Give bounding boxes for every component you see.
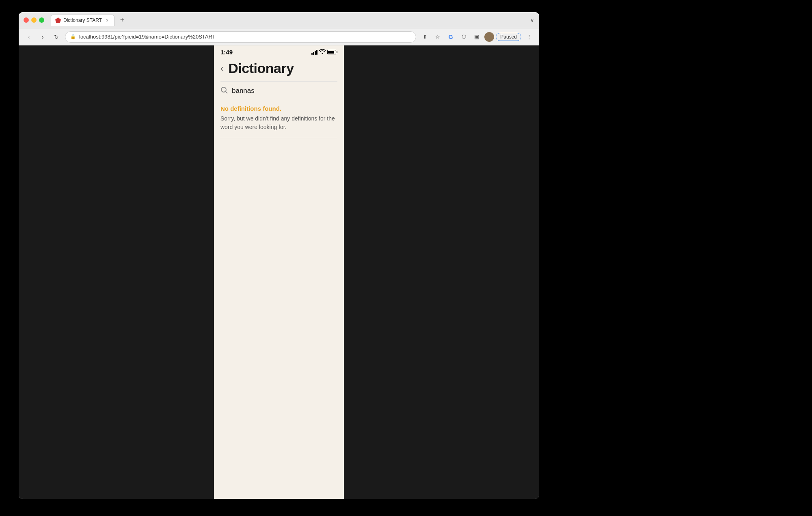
menu-button[interactable]: ⋮ [524,32,534,42]
wifi-icon [319,49,326,55]
address-bar[interactable]: 🔒 [65,31,416,43]
battery-icon [327,50,337,54]
results-divider [220,138,337,138]
lock-icon: 🔒 [70,34,76,39]
search-icon [220,86,228,95]
app-header: ‹ Dictionary [214,57,344,81]
tab-close-button[interactable]: × [104,17,110,23]
no-definitions-title: No definitions found. [220,105,337,112]
translate-button[interactable]: G [445,32,456,42]
nav-right-icons: ⬆ ☆ G ⬡ ▣ Paused ⋮ [419,32,534,42]
title-bar-controls: ∨ [530,17,534,23]
app-title: Dictionary [228,60,294,76]
more-icon: ⋮ [527,34,532,40]
avatar [484,32,494,42]
svg-line-1 [226,92,227,93]
share-button[interactable]: ⬆ [419,32,430,42]
profile-area[interactable]: Paused [484,32,521,42]
bookmark-button[interactable]: ☆ [432,32,443,42]
results-area: No definitions found. Sorry, but we didn… [214,100,344,499]
signal-bar-4 [316,50,317,55]
sidebar-icon: ▣ [474,34,479,40]
tab-bar: Dictionary START × + [51,15,527,26]
status-time: 1:49 [220,49,233,56]
close-button[interactable] [24,17,29,23]
search-value: bannas [232,87,255,95]
browser-content: 1:49 [19,45,539,499]
traffic-lights [24,17,44,23]
no-definitions-body: Sorry, but we didn't find any definition… [220,114,337,131]
browser-window: Dictionary START × + ∨ ‹ › ↻ 🔒 ⬆ [19,12,539,499]
sidebar-button[interactable]: ▣ [471,32,482,42]
tab-favicon-icon [55,17,61,23]
share-icon: ⬆ [423,34,427,40]
translate-icon: G [449,34,453,40]
title-bar: Dictionary START × + ∨ [19,12,539,28]
extensions-button[interactable]: ⬡ [458,32,469,42]
refresh-icon: ↻ [54,34,59,40]
nav-bar: ‹ › ↻ 🔒 ⬆ ☆ G ⬡ ▣ [19,28,539,45]
status-icons [311,49,337,55]
status-bar: 1:49 [214,45,344,57]
phone-frame: 1:49 [214,45,344,499]
signal-bar-1 [311,53,313,55]
star-icon: ☆ [435,34,440,40]
window-chevron-icon: ∨ [530,17,534,23]
forward-icon: › [42,34,44,40]
refresh-nav-button[interactable]: ↻ [51,32,62,42]
new-tab-button[interactable]: + [117,15,127,26]
paused-label: Paused [500,34,517,40]
signal-bar-3 [315,51,316,55]
search-area[interactable]: bannas [214,82,344,100]
signal-bar-2 [313,52,314,55]
paused-badge[interactable]: Paused [496,33,521,41]
active-tab[interactable]: Dictionary START × [51,15,114,26]
signal-bars-icon [311,50,317,55]
back-icon: ‹ [28,34,30,40]
minimize-button[interactable] [31,17,37,23]
tab-title: Dictionary START [63,17,102,23]
back-nav-button[interactable]: ‹ [24,32,34,42]
address-input[interactable] [79,34,411,40]
forward-nav-button[interactable]: › [37,32,48,42]
maximize-button[interactable] [39,17,44,23]
puzzle-icon: ⬡ [462,34,466,40]
app-back-button[interactable]: ‹ [220,63,223,74]
